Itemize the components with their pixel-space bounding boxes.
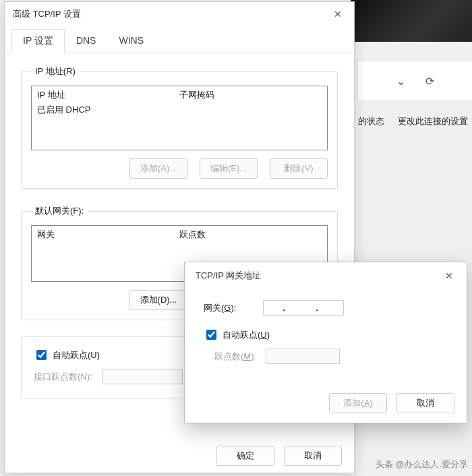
ip-addresses-list[interactable]: IP 地址 子网掩码 已启用 DHCP — [31, 86, 328, 150]
ip-add-button[interactable]: 添加(A)... — [129, 158, 187, 179]
close-icon[interactable]: ✕ — [440, 269, 459, 282]
tab-ip-settings[interactable]: IP 设置 — [11, 29, 65, 53]
gw-col-metric: 跃点数 — [179, 229, 322, 241]
sub-auto-metric-label: 自动跃点(U) — [223, 329, 270, 341]
sub-dialog-title: TCP/IP 网关地址 — [196, 270, 261, 282]
gateway-address-dialog: TCP/IP 网关地址 ✕ 网关(G): 自动跃点(U) 跃点数(M): 添加(… — [184, 262, 467, 423]
auto-metric-label: 自动跃点(U) — [53, 349, 100, 361]
tab-dns[interactable]: DNS — [65, 29, 108, 53]
close-icon[interactable]: ✕ — [328, 7, 347, 21]
ip-remove-button: 删除(V) — [270, 158, 328, 179]
cancel-button[interactable]: 取消 — [284, 446, 342, 466]
sub-add-button[interactable]: 添加(A) — [329, 393, 387, 413]
ip-addresses-legend: IP 地址(R) — [31, 65, 80, 78]
list-item[interactable]: 已启用 DHCP — [32, 102, 327, 117]
reload-icon[interactable]: ⟳ — [425, 75, 434, 88]
dialog-titlebar: 高级 TCP/IP 设置 ✕ — [5, 2, 354, 26]
browser-toolbar-fragment: ⌄ ⟳ — [357, 61, 472, 101]
auto-metric-checkbox[interactable] — [36, 350, 47, 360]
sub-metric-label: 跃点数(M): — [214, 351, 256, 363]
dialog-footer: 确定 取消 — [216, 446, 342, 466]
iface-metric-label: 接口跃点数(N): — [34, 371, 92, 383]
iface-metric-input — [102, 369, 183, 384]
status-link[interactable]: 的状态 — [358, 115, 384, 127]
chevron-down-icon[interactable]: ⌄ — [396, 75, 405, 88]
gateway-label: 网关(G): — [204, 302, 236, 314]
tab-wins[interactable]: WINS — [107, 29, 155, 53]
gateways-legend: 默认网关(F): — [31, 205, 88, 217]
sub-metric-input — [266, 349, 340, 364]
sub-auto-metric-checkbox[interactable] — [206, 330, 216, 340]
dialog-title: 高级 TCP/IP 设置 — [13, 8, 81, 20]
tab-strip: IP 设置 DNS WINS — [5, 29, 354, 53]
sub-cancel-button[interactable]: 取消 — [396, 393, 454, 413]
desktop-dark-bg — [351, 0, 472, 42]
ip-col-mask: 子网掩码 — [179, 89, 322, 101]
gw-add-button[interactable]: 添加(D)... — [129, 290, 187, 310]
background-links: 的状态 更改此连接的设置 — [354, 111, 472, 131]
watermark: 头条 @办么达人.爱分享 — [376, 458, 468, 471]
ip-col-address: IP 地址 — [37, 89, 179, 101]
gateway-ip-input[interactable] — [263, 300, 344, 316]
ip-edit-button: 编辑(E)... — [200, 158, 258, 179]
ok-button[interactable]: 确定 — [216, 446, 274, 466]
ip-addresses-group: IP 地址(R) IP 地址 子网掩码 已启用 DHCP 添加(A)... 编辑… — [21, 65, 338, 189]
gw-col-gateway: 网关 — [37, 229, 179, 241]
change-settings-link[interactable]: 更改此连接的设置 — [398, 115, 468, 127]
